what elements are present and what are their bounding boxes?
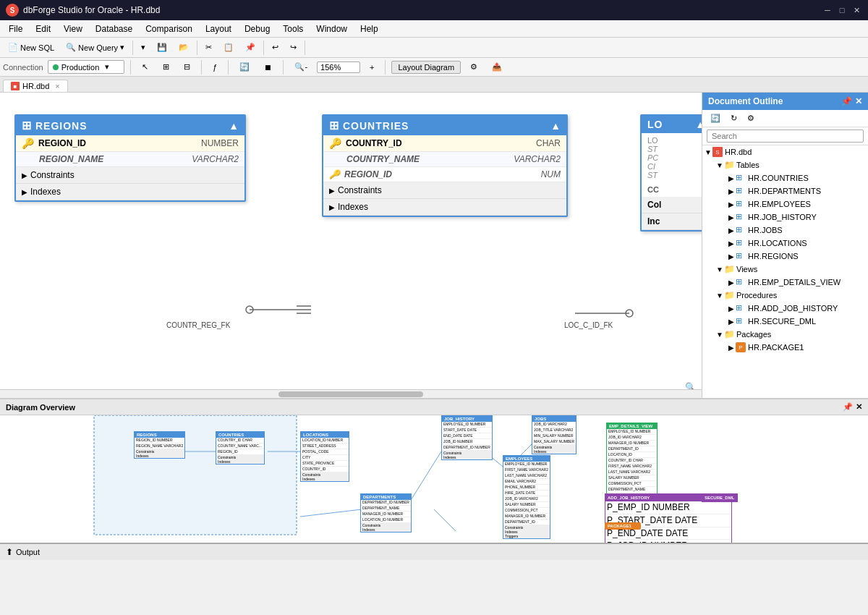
- diagram-area[interactable]: COUNTR_REG_FK LOC_C_ID_FK ⊞ REGIONS ▲ 🔑 …: [0, 93, 702, 398]
- tree-item-hr-regions[interactable]: ▶ ⊞ HR.REGIONS: [702, 250, 868, 263]
- add-job-history-toggle[interactable]: ▶: [727, 305, 736, 313]
- connection-dropdown[interactable]: Production ▾: [48, 60, 125, 74]
- jobs-toggle[interactable]: ▶: [727, 226, 736, 234]
- new-sql-button[interactable]: 📄 New SQL: [3, 41, 59, 54]
- tree-item-hr-package1[interactable]: ▶ P HR.PACKAGE1: [702, 341, 868, 354]
- tree-item-hr-job-history[interactable]: ▶ ⊞ HR.JOB_HISTORY: [702, 211, 868, 224]
- mini-depts-f4: LOCATION_ID NUMBER: [361, 517, 411, 523]
- save-btn[interactable]: 💾: [152, 41, 172, 54]
- locations-inc-section[interactable]: Inc: [642, 213, 702, 230]
- menu-comparison[interactable]: Comparison: [140, 22, 198, 35]
- open-btn[interactable]: 📂: [174, 41, 194, 54]
- countries-toggle[interactable]: ▶: [727, 174, 736, 182]
- tree-item-hr-locations[interactable]: ▶ ⊞ HR.LOCATIONS: [702, 237, 868, 250]
- formula-btn[interactable]: ƒ: [208, 61, 222, 74]
- tree-item-hr-add-job-history[interactable]: ▶ ⊞ HR.ADD_JOB_HISTORY: [702, 302, 868, 315]
- regions-toggle[interactable]: ▶: [727, 253, 736, 260]
- tab-close-btn[interactable]: ×: [55, 82, 59, 90]
- outline-pin-btn[interactable]: 📌: [841, 96, 852, 106]
- countries-constraints-section[interactable]: ▶ Constraints: [323, 182, 566, 199]
- tree-packages-folder[interactable]: ▼ 📁 Packages: [702, 328, 868, 341]
- tables-toggle[interactable]: ▼: [715, 161, 724, 169]
- tree-item-hr-emp-details-view[interactable]: ▶ ⊞ HR.EMP_DETAILS_VIEW: [702, 276, 868, 289]
- outline-refresh-btn[interactable]: 🔄: [707, 112, 724, 124]
- outline-search-input[interactable]: [707, 130, 864, 143]
- tree-item-hr-countries[interactable]: ▶ ⊞ HR.COUNTRIES: [702, 171, 868, 184]
- secure-dml-toggle[interactable]: ▶: [727, 318, 736, 326]
- paste-btn[interactable]: 📌: [240, 41, 260, 54]
- tree-views-folder[interactable]: ▼ 📁 Views: [702, 263, 868, 276]
- countries-collapse-btn[interactable]: ▲: [550, 120, 561, 132]
- regions-table-icon2: ⊞: [736, 251, 746, 261]
- stop-btn[interactable]: ⏹: [259, 61, 277, 74]
- menu-view[interactable]: View: [58, 22, 88, 35]
- menu-window[interactable]: Window: [310, 22, 353, 35]
- copy-btn[interactable]: 📋: [218, 41, 239, 54]
- zoom-input[interactable]: [317, 62, 360, 73]
- minimize-button[interactable]: ─: [822, 4, 833, 16]
- redo-btn[interactable]: ↪: [285, 41, 302, 54]
- menu-debug[interactable]: Debug: [239, 22, 276, 35]
- locations-col-section[interactable]: Col: [642, 197, 702, 213]
- output-bar[interactable]: ⬆ Output: [0, 543, 868, 560]
- countries-indexes-section[interactable]: ▶ Indexes: [323, 199, 566, 216]
- select-tool-btn[interactable]: ↖: [137, 60, 153, 74]
- undo-btn[interactable]: ↩: [267, 41, 284, 54]
- layout-diagram-btn[interactable]: Layout Diagram: [391, 61, 461, 74]
- emp-details-view-toggle[interactable]: ▶: [727, 279, 736, 287]
- close-button[interactable]: ✕: [851, 4, 862, 16]
- menu-help[interactable]: Help: [354, 22, 384, 35]
- tree-root-hrdbd[interactable]: ▼ S HR.dbd: [702, 145, 868, 158]
- title-bar: S dbForge Studio for Oracle - HR.dbd ─ □…: [0, 0, 868, 20]
- locations-toggle[interactable]: ▶: [727, 239, 736, 247]
- views-toggle[interactable]: ▼: [715, 266, 724, 273]
- table-tool-btn[interactable]: ⊞: [158, 60, 174, 74]
- menu-layout[interactable]: Layout: [200, 22, 237, 35]
- locations-collapse-btn[interactable]: ▲: [695, 119, 702, 130]
- mini-depts-s2: Indexes: [361, 527, 411, 532]
- zoom-out-btn[interactable]: 🔍-: [289, 60, 312, 74]
- tables-folder-icon: 📁: [724, 160, 734, 170]
- regions-indexes-section[interactable]: ▶ Indexes: [16, 184, 244, 200]
- new-query-dropdown-icon[interactable]: ▾: [120, 43, 124, 52]
- regions-constraints-section[interactable]: ▶ Constraints: [16, 167, 244, 184]
- tab-hr-dbd[interactable]: ■ HR.dbd ×: [3, 80, 68, 92]
- menu-tools[interactable]: Tools: [277, 22, 309, 35]
- grid-tool-btn[interactable]: ⊟: [179, 60, 195, 74]
- menu-database[interactable]: Database: [90, 22, 138, 35]
- outline-close-btn[interactable]: ✕: [855, 96, 862, 106]
- refresh-btn[interactable]: 🔄: [234, 60, 255, 74]
- tree-item-hr-employees[interactable]: ▶ ⊞ HR.EMPLOYEES: [702, 198, 868, 211]
- zoom-in-btn[interactable]: +: [365, 61, 379, 74]
- tree-procedures-folder[interactable]: ▼ 📁 Procedures: [702, 289, 868, 302]
- outline-refresh2-btn[interactable]: ↻: [727, 112, 741, 124]
- regions-collapse-btn[interactable]: ▲: [229, 120, 239, 132]
- connection-dropdown-arrow[interactable]: ▾: [105, 62, 109, 72]
- procedures-toggle[interactable]: ▼: [715, 292, 724, 300]
- departments-toggle[interactable]: ▶: [727, 187, 736, 195]
- tree-tables-folder[interactable]: ▼ 📁 Tables: [702, 158, 868, 171]
- tree-item-hr-jobs[interactable]: ▶ ⊞ HR.JOBS: [702, 224, 868, 237]
- overview-pin-btn[interactable]: 📌: [843, 402, 853, 412]
- job-history-toggle[interactable]: ▶: [727, 213, 736, 221]
- layout-options-btn[interactable]: ⚙: [465, 60, 482, 74]
- diagram-hscrollbar[interactable]: [0, 389, 702, 398]
- cut-btn[interactable]: ✂: [200, 41, 217, 54]
- countries-indexes-label: Indexes: [338, 202, 368, 212]
- export-btn[interactable]: 📤: [487, 60, 507, 74]
- title-controls[interactable]: ─ □ ✕: [822, 4, 862, 16]
- dropdown-btn-1[interactable]: ▾: [136, 41, 150, 54]
- overview-close-btn[interactable]: ✕: [856, 402, 862, 412]
- tree-item-hr-departments[interactable]: ▶ ⊞ HR.DEPARTMENTS: [702, 184, 868, 198]
- package1-toggle[interactable]: ▶: [727, 344, 736, 352]
- employees-toggle[interactable]: ▶: [727, 200, 736, 208]
- root-toggle[interactable]: ▼: [704, 148, 712, 156]
- menu-file[interactable]: File: [3, 22, 28, 35]
- new-query-button[interactable]: 🔍 New Query ▾: [61, 41, 129, 54]
- outline-settings-btn[interactable]: ⚙: [744, 112, 758, 124]
- packages-toggle[interactable]: ▼: [715, 331, 724, 339]
- maximize-button[interactable]: □: [836, 4, 848, 16]
- overview-canvas[interactable]: REGIONS REGION_ID NUMBER REGION_NAME VAR…: [0, 415, 868, 543]
- menu-edit[interactable]: Edit: [30, 22, 56, 35]
- tree-item-hr-secure-dml[interactable]: ▶ ⊞ HR.SECURE_DML: [702, 315, 868, 328]
